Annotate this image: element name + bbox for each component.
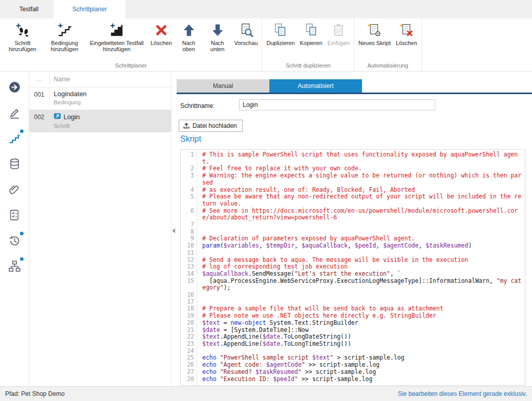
notification-dot	[20, 257, 24, 261]
checklist-icon	[8, 209, 21, 224]
copy-icon	[304, 21, 319, 39]
code-line: 9# Declaration of parameters exposed by …	[181, 235, 525, 242]
ribbon-button-label: Nach unten	[206, 40, 229, 52]
delete-script-button[interactable]: Löschen	[393, 20, 420, 47]
code-line: 8	[181, 229, 525, 236]
ribbon-group-label: Automatisierung	[356, 62, 420, 71]
move-up-button[interactable]: Nach oben	[175, 20, 203, 53]
delete-step-button[interactable]: Löschen	[148, 20, 175, 47]
ribbon-group: DuplizierenKopierenEinfügenSchritt dupli…	[262, 18, 354, 71]
step-name-input[interactable]	[239, 99, 435, 110]
line-number: 21	[181, 327, 197, 334]
script-section-heading: Skript	[180, 135, 201, 144]
add-embedded-testcase-button[interactable]: Eingebetteten Testfall hinzufügen	[86, 20, 148, 53]
ribbon-button-label: Bedingung hinzufügen	[46, 40, 83, 52]
line-number: 14	[181, 271, 197, 278]
sidebar-item-edit[interactable]	[4, 103, 25, 124]
line-number: 16	[181, 292, 197, 299]
circle-arrow-icon	[8, 81, 21, 96]
preview-button[interactable]: Vorschau	[232, 20, 261, 47]
line-number: 17	[181, 299, 197, 306]
step-title-text: Logindaten	[54, 90, 87, 98]
ribbon-button-label: Löschen	[396, 40, 417, 46]
code-line: 15 [aqua.ProcessEngine.WebServiceProxy.E…	[181, 278, 525, 292]
notification-dot	[20, 232, 24, 235]
footprints-add-icon	[15, 21, 30, 39]
sidebar-item-history[interactable]	[4, 231, 25, 252]
code-line: 4# as execution result, one of: Ready, B…	[181, 187, 525, 194]
code-line: 12# Send a message back to aqua. The mes…	[181, 257, 525, 264]
line-number: 22	[181, 333, 197, 341]
move-down-button[interactable]: Nach unten	[203, 20, 232, 53]
line-number: 11	[181, 250, 197, 257]
sidebar	[0, 72, 29, 386]
sidebar-item-attachments[interactable]	[4, 180, 25, 201]
step-title: Logindaten	[54, 90, 87, 98]
code-line: 21$date = [System.DateTime]::Now	[181, 327, 525, 334]
list-item[interactable]: 002LoginSchritt	[29, 110, 171, 132]
tab-manual[interactable]: Manual	[177, 79, 269, 93]
steps-add-icon	[57, 21, 72, 39]
ribbon-group-label: Schritt duplizieren	[264, 62, 352, 71]
line-number: 7	[181, 221, 197, 229]
line-number: 26	[181, 362, 197, 369]
sidebar-item-expand-nav[interactable]	[4, 78, 25, 98]
tab-schrittplaner[interactable]: Schrittplaner	[54, 0, 125, 18]
sidebar-item-executions[interactable]	[4, 206, 25, 226]
duplicate-button[interactable]: Duplizieren	[264, 20, 297, 47]
script-editor[interactable]: 1# This is sample PowerShell script that…	[180, 149, 525, 386]
ribbon-button-label: Nach oben	[177, 40, 201, 52]
tab-underline	[177, 93, 532, 94]
line-number: 28	[181, 376, 197, 383]
code-line: 6# See more in https://docs.microsoft.co…	[181, 208, 525, 221]
status-path: Pfad: Pet Shop Demo	[5, 390, 65, 397]
line-number: 10	[181, 242, 197, 250]
code-line: 3# Warning: the engine expects a single …	[181, 172, 525, 186]
code-line: 14$aquaCallback.SendMessage("Let's start…	[181, 271, 525, 278]
step-type: Bedingung	[54, 99, 87, 105]
copy-button[interactable]: Kopieren	[297, 20, 325, 47]
code-line: 13# log of corresponding test job execut…	[181, 263, 525, 271]
add-step-button[interactable]: Schritt hinzufügen	[2, 20, 44, 53]
code-line: 22$text.AppendLine($date.ToLongDateStrin…	[181, 333, 525, 341]
list-item[interactable]: 001LogindatenBedingung	[29, 87, 171, 110]
paperclip-icon	[8, 183, 21, 198]
ribbon-group: Schritt hinzufügenBedingung hinzufügenEi…	[0, 18, 262, 71]
step-name-label: Schrittname:	[180, 102, 215, 109]
sidebar-item-step-designer[interactable]	[4, 129, 25, 149]
database-icon	[8, 158, 21, 172]
line-number: 4	[181, 187, 197, 194]
code-line: 25echo "PowerShell sample script $text" …	[181, 354, 525, 362]
code-line: 11	[181, 250, 525, 257]
line-number: 24	[181, 348, 197, 355]
code-line: 1# This is sample PowerShell script that…	[181, 151, 525, 165]
line-number: 27	[181, 369, 197, 376]
new-script-icon	[367, 21, 382, 39]
preview-icon	[239, 21, 254, 39]
history-icon	[8, 234, 21, 249]
line-number: 1	[181, 151, 197, 165]
steps-embed-add-icon	[109, 21, 124, 39]
code-line: 24	[181, 348, 525, 355]
line-number: 9	[181, 235, 197, 242]
sidebar-item-data[interactable]	[4, 154, 25, 175]
detail-tabs: Manual Automatisiert	[177, 79, 362, 93]
code-line: 27echo "Resumed? $taskResumed" >> script…	[181, 369, 525, 376]
tab-automatisiert[interactable]: Automatisiert	[269, 79, 362, 93]
new-script-button[interactable]: Neues Skript	[356, 20, 393, 47]
line-number: 2	[181, 165, 197, 172]
code-line: 17	[181, 299, 525, 306]
add-condition-button[interactable]: Bedingung hinzufügen	[44, 20, 86, 53]
upload-button-label: Datei hochladen	[193, 122, 237, 129]
app-window: Testfall Schrittplaner Schritt hinzufüge…	[0, 0, 532, 401]
upload-file-button[interactable]: Datei hochladen	[179, 120, 243, 132]
paste-button[interactable]: Einfügen	[325, 20, 352, 47]
collapse-panel-arrow[interactable]	[172, 228, 175, 233]
code-line: 26echo "Agent code: $agentCode" >> scrip…	[181, 362, 525, 369]
sidebar-item-dependencies[interactable]	[4, 257, 25, 277]
ribbon-button-label: Einfügen	[328, 40, 350, 46]
tab-testfall[interactable]: Testfall	[4, 0, 54, 18]
ribbon-group: Neues SkriptLöschenAutomatisierung	[354, 18, 422, 71]
ribbon: Schritt hinzufügenBedingung hinzufügenEi…	[0, 18, 532, 72]
ribbon-button-label: Kopieren	[300, 40, 323, 46]
